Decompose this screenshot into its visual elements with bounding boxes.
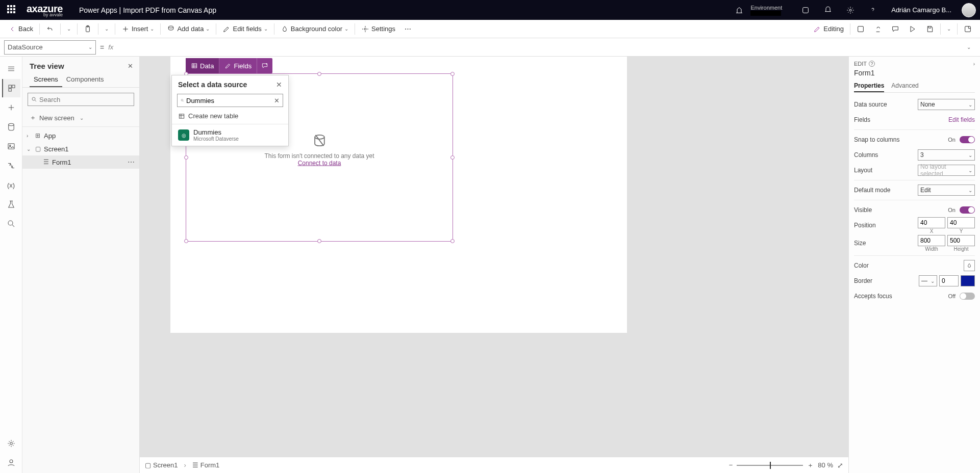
help-icon[interactable]	[865, 2, 881, 18]
save-split-button[interactable]: ⌄	[943, 21, 955, 37]
form1-selection[interactable]: This form isn't connected to any data ye…	[186, 73, 453, 242]
ds-result-item[interactable]: ◎ Dummies Microsoft Dataverse	[172, 124, 288, 146]
size-width-input[interactable]	[918, 235, 945, 246]
position-x-input[interactable]	[918, 217, 945, 228]
environment-picker[interactable]: Environment	[731, 2, 782, 18]
breadcrumb-form1[interactable]: ☰ Form1	[192, 461, 220, 469]
advanced-tab[interactable]: Advanced	[891, 80, 918, 92]
edit-fields-button[interactable]: Edit fields ⌄	[218, 21, 271, 37]
tree-tab-screens[interactable]: Screens	[30, 72, 62, 87]
preview-button[interactable]	[904, 21, 921, 37]
settings-button[interactable]: Settings	[357, 21, 399, 37]
background-color-button[interactable]: Background color ⌄	[277, 21, 353, 37]
connect-to-data-link[interactable]: Connect to data	[298, 159, 341, 166]
avatar[interactable]	[962, 3, 976, 17]
rail-search-icon[interactable]	[2, 215, 20, 233]
chevron-right-icon[interactable]: ›	[973, 61, 975, 67]
properties-tab[interactable]: Properties	[854, 80, 884, 92]
tree-close-button[interactable]: ✕	[128, 62, 133, 70]
settings-icon[interactable]	[842, 2, 859, 18]
border-style-dropdown[interactable]: —⌄	[919, 275, 937, 286]
ds-search-clear-button[interactable]: ✕	[274, 97, 280, 104]
comments-button[interactable]	[887, 21, 903, 37]
user-name[interactable]: Adrián Camargo B...	[891, 6, 951, 14]
formula-input[interactable]	[115, 40, 960, 55]
insert-button[interactable]: Insert ⌄	[117, 21, 159, 37]
prop-datasource-dropdown[interactable]: None⌄	[918, 99, 975, 110]
waffle-icon[interactable]	[4, 2, 20, 18]
screen-icon: ▢	[145, 461, 151, 469]
rail-hamburger-icon[interactable]	[2, 60, 20, 78]
publish-button[interactable]	[960, 21, 976, 37]
back-button[interactable]: Back	[4, 21, 37, 37]
formula-expand-button[interactable]: ⌄	[962, 44, 976, 50]
save-button[interactable]	[922, 21, 938, 37]
tree-item-app[interactable]: › ⊞ App	[22, 129, 139, 142]
add-data-button[interactable]: Add data ⌄	[163, 21, 214, 37]
ds-search-field[interactable]	[186, 97, 272, 104]
color-picker-button[interactable]	[964, 260, 975, 271]
prop-defaultmode-dropdown[interactable]: Edit⌄	[918, 185, 975, 196]
resize-handle[interactable]	[317, 72, 321, 76]
tree-item-overflow[interactable]: ⋯	[128, 158, 135, 166]
ds-create-table-button[interactable]: Create new table	[172, 110, 288, 124]
border-color-button[interactable]	[961, 275, 975, 286]
zoom-out-button[interactable]: −	[729, 461, 733, 469]
prop-layout-dropdown[interactable]: No layout selected⌄	[918, 165, 975, 176]
edit-fields-link[interactable]: Edit fields	[948, 116, 975, 123]
notifications-icon[interactable]	[820, 2, 836, 18]
resize-handle[interactable]	[184, 239, 188, 243]
paste-split-button[interactable]: ⌄	[100, 21, 113, 37]
chevron-down-icon: ⌄	[88, 44, 92, 50]
rail-ask-icon[interactable]	[2, 454, 20, 472]
visible-toggle[interactable]	[960, 206, 975, 214]
acceptsfocus-toggle[interactable]	[960, 293, 975, 300]
resize-handle[interactable]	[450, 72, 455, 76]
breadcrumb-screen1[interactable]: ▢ Screen1	[145, 461, 178, 469]
overflow-button[interactable]: ⋯	[400, 21, 415, 37]
border-width-input[interactable]	[939, 275, 959, 286]
resize-handle[interactable]	[450, 155, 455, 160]
svg-point-17	[32, 97, 35, 100]
ds-search-input[interactable]: ✕	[177, 94, 283, 107]
prop-columns-dropdown[interactable]: 3⌄	[918, 149, 975, 161]
share-button[interactable]	[852, 21, 869, 37]
tree-item-form1[interactable]: ☰ Form1 ⋯	[22, 155, 139, 169]
rail-variables-icon[interactable]: (x)	[2, 176, 20, 194]
tree-search-input[interactable]: Search	[28, 93, 134, 106]
editing-mode-button[interactable]: Editing	[809, 21, 848, 37]
ds-popup-close-button[interactable]: ✕	[276, 81, 282, 89]
tree-tab-components[interactable]: Components	[62, 72, 108, 87]
resize-handle[interactable]	[317, 239, 321, 243]
ctx-data-button[interactable]: Data	[186, 58, 219, 73]
ctx-fields-button[interactable]: Fields	[219, 58, 257, 73]
undo-button[interactable]	[42, 21, 58, 37]
info-icon[interactable]: ?	[869, 61, 875, 67]
new-screen-button[interactable]: ＋ New screen ⌄	[22, 111, 139, 126]
rail-tree-icon[interactable]	[2, 79, 20, 97]
rail-tests-icon[interactable]	[2, 195, 20, 214]
app-checker-button[interactable]	[870, 21, 886, 37]
rail-data-icon[interactable]	[2, 118, 20, 136]
zoom-slider[interactable]	[737, 465, 803, 466]
rail-media-icon[interactable]	[2, 137, 20, 155]
rail-flows-icon[interactable]	[2, 156, 20, 175]
canvas-surface[interactable]: Data Fields	[170, 57, 627, 333]
paste-button[interactable]	[80, 21, 96, 37]
zoom-in-button[interactable]: ＋	[807, 461, 814, 470]
prop-visible-label: Visible	[854, 206, 948, 214]
rail-insert-icon[interactable]	[2, 98, 20, 117]
copilot-icon[interactable]	[797, 2, 814, 18]
tree-item-screen1[interactable]: ⌄ ▢ Screen1	[22, 142, 139, 155]
position-y-input[interactable]	[947, 217, 975, 228]
property-selector[interactable]: DataSource ⌄	[4, 40, 96, 55]
svg-point-19	[266, 63, 267, 64]
size-height-input[interactable]	[947, 235, 975, 246]
fit-screen-button[interactable]: ⤢	[837, 461, 843, 469]
undo-split-button[interactable]: ⌄	[63, 21, 75, 37]
rail-settings-icon[interactable]	[2, 434, 20, 453]
ctx-ideas-button[interactable]	[257, 58, 272, 73]
resize-handle[interactable]	[184, 155, 188, 160]
snap-toggle[interactable]	[960, 136, 975, 143]
resize-handle[interactable]	[450, 239, 455, 243]
